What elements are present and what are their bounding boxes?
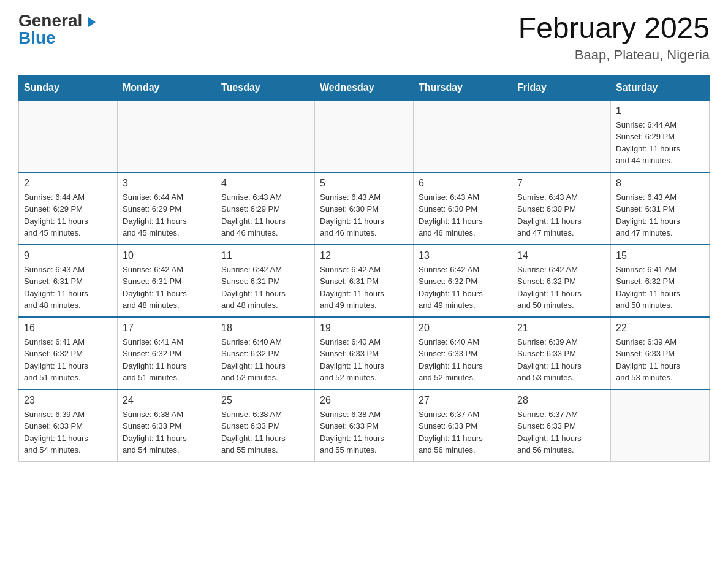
calendar-cell: 20Sunrise: 6:40 AM Sunset: 6:33 PM Dayli… <box>414 317 512 389</box>
calendar-week-3: 9Sunrise: 6:43 AM Sunset: 6:31 PM Daylig… <box>19 245 710 317</box>
day-info: Sunrise: 6:43 AM Sunset: 6:30 PM Dayligh… <box>517 191 605 239</box>
calendar-title: February 2025 <box>518 12 710 45</box>
weekday-header-friday: Friday <box>512 75 611 100</box>
calendar-week-2: 2Sunrise: 6:44 AM Sunset: 6:29 PM Daylig… <box>19 172 710 245</box>
calendar-cell: 12Sunrise: 6:42 AM Sunset: 6:31 PM Dayli… <box>315 245 414 317</box>
calendar-cell: 1Sunrise: 6:44 AM Sunset: 6:29 PM Daylig… <box>611 100 710 172</box>
day-info: Sunrise: 6:44 AM Sunset: 6:29 PM Dayligh… <box>24 191 112 239</box>
day-info: Sunrise: 6:42 AM Sunset: 6:31 PM Dayligh… <box>221 264 309 312</box>
calendar-cell: 27Sunrise: 6:37 AM Sunset: 6:33 PM Dayli… <box>414 389 512 462</box>
day-number: 27 <box>419 395 507 406</box>
day-number: 10 <box>123 250 211 261</box>
calendar-cell: 10Sunrise: 6:42 AM Sunset: 6:31 PM Dayli… <box>118 245 216 317</box>
day-number: 4 <box>221 178 309 189</box>
logo-general-text: General <box>18 12 96 29</box>
logo: General Blue <box>18 12 96 47</box>
day-info: Sunrise: 6:43 AM Sunset: 6:30 PM Dayligh… <box>320 191 408 239</box>
day-number: 11 <box>221 250 309 261</box>
day-number: 14 <box>517 250 605 261</box>
weekday-header-row: SundayMondayTuesdayWednesdayThursdayFrid… <box>19 75 710 100</box>
calendar-week-4: 16Sunrise: 6:41 AM Sunset: 6:32 PM Dayli… <box>19 317 710 389</box>
calendar-body: 1Sunrise: 6:44 AM Sunset: 6:29 PM Daylig… <box>19 100 710 462</box>
calendar-cell: 24Sunrise: 6:38 AM Sunset: 6:33 PM Dayli… <box>118 389 216 462</box>
day-info: Sunrise: 6:42 AM Sunset: 6:32 PM Dayligh… <box>419 264 507 312</box>
weekday-header-wednesday: Wednesday <box>315 75 414 100</box>
day-number: 17 <box>123 323 211 334</box>
day-info: Sunrise: 6:42 AM Sunset: 6:31 PM Dayligh… <box>320 264 408 312</box>
day-info: Sunrise: 6:43 AM Sunset: 6:31 PM Dayligh… <box>616 191 704 239</box>
day-info: Sunrise: 6:37 AM Sunset: 6:33 PM Dayligh… <box>419 408 507 456</box>
day-number: 25 <box>221 395 309 406</box>
day-number: 18 <box>221 323 309 334</box>
calendar-cell: 19Sunrise: 6:40 AM Sunset: 6:33 PM Dayli… <box>315 317 414 389</box>
day-number: 26 <box>320 395 408 406</box>
calendar-cell: 13Sunrise: 6:42 AM Sunset: 6:32 PM Dayli… <box>414 245 512 317</box>
day-info: Sunrise: 6:37 AM Sunset: 6:33 PM Dayligh… <box>517 408 605 456</box>
day-number: 19 <box>320 323 408 334</box>
day-number: 23 <box>24 395 112 406</box>
day-info: Sunrise: 6:38 AM Sunset: 6:33 PM Dayligh… <box>123 408 211 456</box>
page-header: General Blue February 2025 Baap, Plateau… <box>18 12 710 63</box>
day-number: 24 <box>123 395 211 406</box>
calendar-cell: 7Sunrise: 6:43 AM Sunset: 6:30 PM Daylig… <box>512 172 611 245</box>
calendar-cell <box>611 389 710 462</box>
day-info: Sunrise: 6:38 AM Sunset: 6:33 PM Dayligh… <box>320 408 408 456</box>
day-number: 28 <box>517 395 605 406</box>
day-info: Sunrise: 6:43 AM Sunset: 6:31 PM Dayligh… <box>24 264 112 312</box>
calendar-table: SundayMondayTuesdayWednesdayThursdayFrid… <box>18 75 710 462</box>
day-info: Sunrise: 6:41 AM Sunset: 6:32 PM Dayligh… <box>616 264 704 312</box>
calendar-cell <box>315 100 414 172</box>
day-info: Sunrise: 6:39 AM Sunset: 6:33 PM Dayligh… <box>517 336 605 384</box>
calendar-cell: 15Sunrise: 6:41 AM Sunset: 6:32 PM Dayli… <box>611 245 710 317</box>
day-number: 5 <box>320 178 408 189</box>
day-number: 3 <box>123 178 211 189</box>
calendar-cell: 18Sunrise: 6:40 AM Sunset: 6:32 PM Dayli… <box>216 317 315 389</box>
day-info: Sunrise: 6:44 AM Sunset: 6:29 PM Dayligh… <box>123 191 211 239</box>
day-number: 22 <box>616 323 704 334</box>
calendar-cell: 3Sunrise: 6:44 AM Sunset: 6:29 PM Daylig… <box>118 172 216 245</box>
day-info: Sunrise: 6:43 AM Sunset: 6:29 PM Dayligh… <box>221 191 309 239</box>
weekday-header-monday: Monday <box>118 75 216 100</box>
day-number: 16 <box>24 323 112 334</box>
day-number: 8 <box>616 178 704 189</box>
day-info: Sunrise: 6:40 AM Sunset: 6:33 PM Dayligh… <box>419 336 507 384</box>
day-info: Sunrise: 6:38 AM Sunset: 6:33 PM Dayligh… <box>221 408 309 456</box>
calendar-cell: 25Sunrise: 6:38 AM Sunset: 6:33 PM Dayli… <box>216 389 315 462</box>
day-info: Sunrise: 6:39 AM Sunset: 6:33 PM Dayligh… <box>616 336 704 384</box>
weekday-header-sunday: Sunday <box>19 75 118 100</box>
day-info: Sunrise: 6:41 AM Sunset: 6:32 PM Dayligh… <box>123 336 211 384</box>
day-info: Sunrise: 6:42 AM Sunset: 6:32 PM Dayligh… <box>517 264 605 312</box>
day-number: 1 <box>616 105 704 117</box>
day-info: Sunrise: 6:42 AM Sunset: 6:31 PM Dayligh… <box>123 264 211 312</box>
calendar-cell: 28Sunrise: 6:37 AM Sunset: 6:33 PM Dayli… <box>512 389 611 462</box>
calendar-cell <box>512 100 611 172</box>
day-info: Sunrise: 6:39 AM Sunset: 6:33 PM Dayligh… <box>24 408 112 456</box>
calendar-cell: 23Sunrise: 6:39 AM Sunset: 6:33 PM Dayli… <box>19 389 118 462</box>
day-number: 12 <box>320 250 408 261</box>
day-info: Sunrise: 6:40 AM Sunset: 6:33 PM Dayligh… <box>320 336 408 384</box>
calendar-header: SundayMondayTuesdayWednesdayThursdayFrid… <box>19 75 710 100</box>
calendar-cell: 2Sunrise: 6:44 AM Sunset: 6:29 PM Daylig… <box>19 172 118 245</box>
calendar-cell <box>216 100 315 172</box>
day-number: 2 <box>24 178 112 189</box>
day-number: 15 <box>616 250 704 261</box>
calendar-subtitle: Baap, Plateau, Nigeria <box>518 47 710 63</box>
calendar-cell: 11Sunrise: 6:42 AM Sunset: 6:31 PM Dayli… <box>216 245 315 317</box>
calendar-week-5: 23Sunrise: 6:39 AM Sunset: 6:33 PM Dayli… <box>19 389 710 462</box>
title-block: February 2025 Baap, Plateau, Nigeria <box>518 12 710 63</box>
weekday-header-thursday: Thursday <box>414 75 512 100</box>
day-info: Sunrise: 6:40 AM Sunset: 6:32 PM Dayligh… <box>221 336 309 384</box>
day-info: Sunrise: 6:43 AM Sunset: 6:30 PM Dayligh… <box>419 191 507 239</box>
day-number: 21 <box>517 323 605 334</box>
calendar-cell <box>118 100 216 172</box>
day-number: 13 <box>419 250 507 261</box>
calendar-cell: 21Sunrise: 6:39 AM Sunset: 6:33 PM Dayli… <box>512 317 611 389</box>
calendar-cell: 6Sunrise: 6:43 AM Sunset: 6:30 PM Daylig… <box>414 172 512 245</box>
day-number: 7 <box>517 178 605 189</box>
calendar-week-1: 1Sunrise: 6:44 AM Sunset: 6:29 PM Daylig… <box>19 100 710 172</box>
calendar-cell: 22Sunrise: 6:39 AM Sunset: 6:33 PM Dayli… <box>611 317 710 389</box>
day-number: 9 <box>24 250 112 261</box>
logo-blue-text: Blue <box>18 28 56 47</box>
day-info: Sunrise: 6:44 AM Sunset: 6:29 PM Dayligh… <box>616 119 704 167</box>
day-info: Sunrise: 6:41 AM Sunset: 6:32 PM Dayligh… <box>24 336 112 384</box>
